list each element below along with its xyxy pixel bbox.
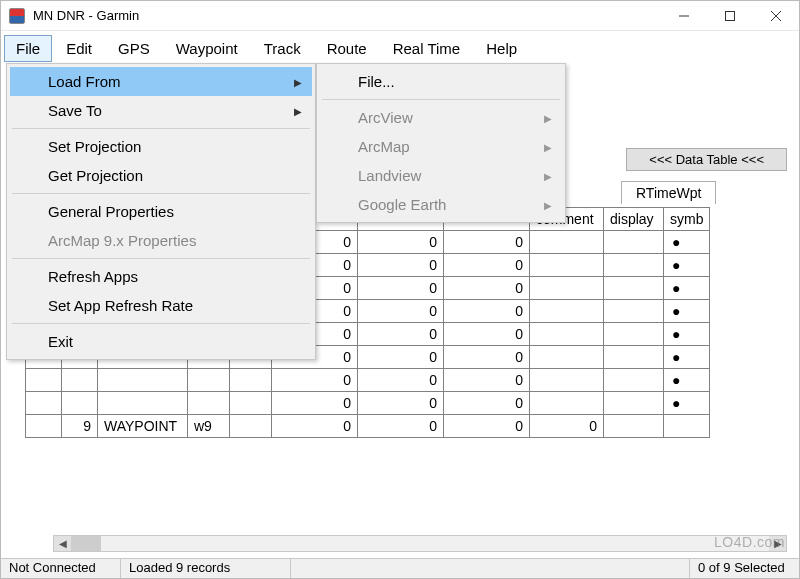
menu-arcmap-properties: ArcMap 9.x Properties — [10, 226, 312, 255]
submenu-arrow-icon: ▶ — [544, 141, 552, 152]
table-row[interactable]: 000● — [26, 369, 710, 392]
submenu-arrow-icon: ▶ — [544, 112, 552, 123]
svg-rect-1 — [726, 11, 735, 20]
menu-set-projection[interactable]: Set Projection — [10, 132, 312, 161]
scrollbar-thumb[interactable] — [71, 536, 101, 551]
app-window: MN DNR - Garmin File Edit GPS Waypoint T… — [0, 0, 800, 579]
menu-route[interactable]: Route — [315, 35, 379, 62]
submenu-arcview: ArcView▶ — [320, 103, 562, 132]
menu-label: Save To — [48, 102, 102, 119]
submenu-arrow-icon: ▶ — [544, 199, 552, 210]
submenu-arrow-icon: ▶ — [544, 170, 552, 181]
data-table-button[interactable]: <<< Data Table <<< — [626, 148, 787, 171]
scrollbar-track[interactable] — [71, 536, 769, 551]
submenu-arrow-icon: ▶ — [294, 76, 302, 87]
table-row[interactable]: 9 WAYPOINT w9 0 0 0 0 — [26, 415, 710, 438]
titlebar: MN DNR - Garmin — [1, 1, 799, 31]
menu-separator — [322, 99, 560, 100]
table-header-symb[interactable]: symb — [664, 208, 710, 231]
file-menu-popup: Load From▶ Save To▶ Set Projection Get P… — [6, 63, 316, 360]
submenu-arcmap: ArcMap▶ — [320, 132, 562, 161]
app-icon — [9, 8, 25, 24]
table-header-display[interactable]: display — [604, 208, 664, 231]
menu-separator — [12, 193, 310, 194]
menu-label: ArcView — [358, 109, 413, 126]
menu-exit[interactable]: Exit — [10, 327, 312, 356]
menu-edit[interactable]: Edit — [54, 35, 104, 62]
close-button[interactable] — [753, 1, 799, 31]
window-title: MN DNR - Garmin — [33, 8, 139, 23]
minimize-button[interactable] — [661, 1, 707, 31]
menu-load-from[interactable]: Load From▶ — [10, 67, 312, 96]
menu-file[interactable]: File — [4, 35, 52, 62]
status-connection: Not Connected — [1, 559, 121, 578]
menu-help[interactable]: Help — [474, 35, 529, 62]
menu-track[interactable]: Track — [252, 35, 313, 62]
menu-separator — [12, 128, 310, 129]
status-spacer — [291, 559, 689, 578]
submenu-arrow-icon: ▶ — [294, 105, 302, 116]
scroll-left-arrow-icon[interactable]: ◀ — [54, 536, 71, 551]
menu-get-projection[interactable]: Get Projection — [10, 161, 312, 190]
menubar: File Edit GPS Waypoint Track Route Real … — [1, 31, 799, 66]
tab-bar: RTimeWpt — [621, 181, 716, 204]
watermark: LO4D.com — [714, 534, 785, 550]
status-selection: 0 of 9 Selected — [689, 559, 799, 578]
menu-label: Google Earth — [358, 196, 446, 213]
menu-label: Landview — [358, 167, 421, 184]
maximize-button[interactable] — [707, 1, 753, 31]
menu-set-refresh-rate[interactable]: Set App Refresh Rate — [10, 291, 312, 320]
titlebar-left: MN DNR - Garmin — [1, 8, 139, 24]
menu-save-to[interactable]: Save To▶ — [10, 96, 312, 125]
submenu-file[interactable]: File... — [320, 67, 562, 96]
menu-separator — [12, 258, 310, 259]
submenu-landview: Landview▶ — [320, 161, 562, 190]
menu-label: Load From — [48, 73, 121, 90]
load-from-submenu: File... ArcView▶ ArcMap▶ Landview▶ Googl… — [316, 63, 566, 223]
menu-label: ArcMap — [358, 138, 410, 155]
menu-general-properties[interactable]: General Properties — [10, 197, 312, 226]
table-row[interactable]: 000● — [26, 392, 710, 415]
menu-waypoint[interactable]: Waypoint — [164, 35, 250, 62]
menu-refresh-apps[interactable]: Refresh Apps — [10, 262, 312, 291]
status-bar: Not Connected Loaded 9 records 0 of 9 Se… — [1, 558, 799, 578]
menu-realtime[interactable]: Real Time — [381, 35, 473, 62]
submenu-google-earth: Google Earth▶ — [320, 190, 562, 219]
tab-rtimewpt[interactable]: RTimeWpt — [621, 181, 716, 204]
window-controls — [661, 1, 799, 31]
menu-separator — [12, 323, 310, 324]
status-records: Loaded 9 records — [121, 559, 291, 578]
horizontal-scrollbar[interactable]: ◀ ▶ — [53, 535, 787, 552]
menu-gps[interactable]: GPS — [106, 35, 162, 62]
